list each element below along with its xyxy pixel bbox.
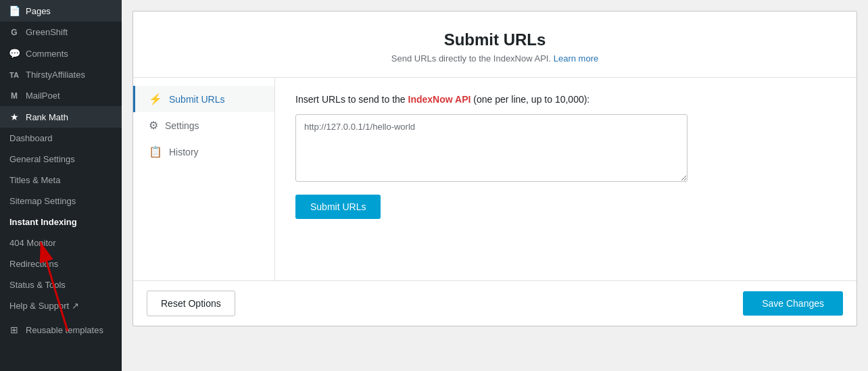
sidebar-item-pages[interactable]: 📄 Pages xyxy=(0,0,122,22)
settings-icon: ⚙ xyxy=(149,119,158,132)
sidebar-item-titles-meta[interactable]: Titles & Meta xyxy=(0,170,122,191)
rankmath-icon: ★ xyxy=(8,112,20,122)
submit-urls-button[interactable]: Submit URLs xyxy=(295,195,381,219)
url-textarea[interactable]: http://127.0.0.1/1/hello-world xyxy=(295,114,688,182)
sidebar-item-general-settings[interactable]: General Settings xyxy=(0,149,122,170)
tab-history[interactable]: 📋 History xyxy=(133,139,274,165)
sidebar-item-status-tools[interactable]: Status & Tools xyxy=(0,274,122,295)
main-content: Submit URLs Send URLs directly to the In… xyxy=(122,0,868,371)
page-subtitle: Send URLs directly to the IndexNow API. … xyxy=(147,53,843,64)
sidebar: 📄 Pages G GreenShift 💬 Comments TA Thirs… xyxy=(0,0,122,371)
comments-icon: 💬 xyxy=(8,48,20,59)
tab-submit-urls[interactable]: ⚡ Submit URLs xyxy=(133,86,274,112)
mailpoet-icon: M xyxy=(8,91,20,101)
thirstyaffiliates-icon: TA xyxy=(8,71,20,79)
indexnow-highlight: IndexNow API xyxy=(408,94,471,105)
sidebar-item-thirstyaffiliates[interactable]: TA ThirstyAffiliates xyxy=(0,64,122,85)
sidebar-item-help-support[interactable]: Help & Support ↗ xyxy=(0,295,122,316)
sidebar-item-greenshift[interactable]: G GreenShift xyxy=(0,22,122,43)
sidebar-item-sitemap-settings[interactable]: Sitemap Settings xyxy=(0,191,122,212)
rankmath-submenu: Dashboard General Settings Titles & Meta… xyxy=(0,128,122,316)
sidebar-item-reusable-templates[interactable]: ⊞ Reusable templates xyxy=(0,319,122,341)
sidebar-item-mailpoet[interactable]: M MailPoet xyxy=(0,85,122,106)
url-instruction: Insert URLs to send to the IndexNow API … xyxy=(295,94,836,105)
save-changes-button[interactable]: Save Changes xyxy=(743,291,843,316)
tab-settings[interactable]: ⚙ Settings xyxy=(133,112,274,139)
reset-options-button[interactable]: Reset Options xyxy=(147,291,235,316)
history-icon: 📋 xyxy=(149,145,162,158)
sidebar-item-redirections[interactable]: Redirections xyxy=(0,253,122,274)
page-card: Submit URLs Send URLs directly to the In… xyxy=(132,11,857,326)
footer-actions: Reset Options Save Changes xyxy=(133,280,857,326)
lightning-icon: ⚡ xyxy=(149,93,162,105)
sidebar-item-comments[interactable]: 💬 Comments xyxy=(0,43,122,64)
page-title: Submit URLs xyxy=(147,30,843,49)
content-with-tabs: ⚡ Submit URLs ⚙ Settings 📋 History xyxy=(133,78,857,280)
greenshift-icon: G xyxy=(8,28,20,37)
page-header: Submit URLs Send URLs directly to the In… xyxy=(133,11,857,78)
sidebar-item-rankmath[interactable]: ★ Rank Math xyxy=(0,106,122,128)
pages-icon: 📄 xyxy=(8,5,20,16)
sidebar-item-dashboard[interactable]: Dashboard xyxy=(0,128,122,149)
sidebar-item-404-monitor[interactable]: 404 Monitor xyxy=(0,232,122,253)
learn-more-link[interactable]: Learn more xyxy=(554,53,598,64)
tab-content: Insert URLs to send to the IndexNow API … xyxy=(275,78,857,280)
content-area: Submit URLs Send URLs directly to the In… xyxy=(122,0,868,371)
reusable-templates-icon: ⊞ xyxy=(8,324,20,335)
tab-nav: ⚡ Submit URLs ⚙ Settings 📋 History xyxy=(133,78,275,280)
sidebar-item-instant-indexing[interactable]: Instant Indexing xyxy=(0,212,122,232)
